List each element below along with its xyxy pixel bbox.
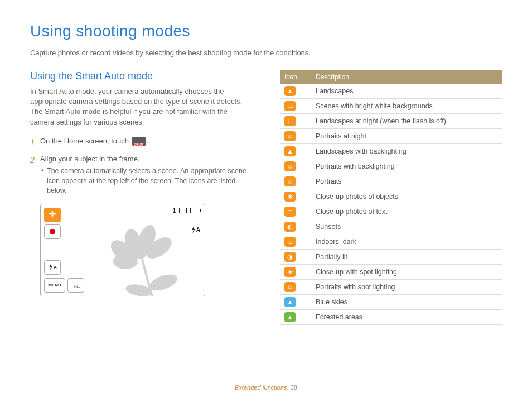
svg-point-11	[49, 213, 51, 214]
table-cell-icon: ☾	[280, 114, 311, 129]
step-2-body: Align your subject in the frame. The cam…	[40, 154, 253, 196]
page-title: Using shooting modes	[30, 22, 502, 40]
table-cell-description: Portraits with spot lighting	[311, 280, 502, 295]
smart-auto-icon	[132, 137, 146, 146]
shot-count: 1	[172, 208, 176, 214]
table-cell-description: Portraits at night	[311, 129, 502, 144]
left-column: Using the Smart Auto mode In Smart Auto …	[30, 70, 253, 325]
mode-icon: ▲	[284, 297, 296, 307]
mode-icon: ≡	[284, 207, 296, 217]
svg-rect-13	[52, 216, 53, 218]
sd-card-icon	[179, 208, 187, 213]
table-cell-description: Sunsets	[311, 219, 502, 234]
table-cell-icon: ☺	[280, 159, 311, 174]
page-footer: Extended functions 38	[0, 384, 532, 391]
table-row: ☺Portraits with spot lighting	[280, 280, 502, 295]
battery-icon	[190, 208, 200, 213]
table-cell-icon: ▭	[280, 99, 311, 114]
table-row: ▲Forested areas	[280, 310, 502, 325]
svg-point-9	[52, 211, 54, 213]
table-cell-description: Landscapes with backlighting	[311, 144, 502, 159]
step-2-number: 2	[30, 154, 40, 196]
scene-mode-icon	[44, 208, 61, 222]
step-2-sublist: The camera automatically selects a scene…	[40, 166, 253, 196]
mode-icon: ☺	[284, 131, 296, 141]
flash-indicator-icon: A	[191, 227, 200, 233]
table-header-icon: Icon	[280, 70, 311, 84]
table-cell-icon: ☺	[280, 174, 311, 189]
table-cell-icon: ▲	[280, 84, 311, 99]
table-header-description: Description	[311, 70, 502, 84]
table-row: ▭Scenes with bright white backgrounds	[280, 99, 502, 114]
table-cell-icon: ⌂	[280, 234, 311, 250]
step-2-text: Align your subject in the frame.	[40, 155, 139, 163]
svg-point-6	[147, 271, 179, 294]
table-cell-description: Portraits with backlighting	[311, 159, 502, 174]
svg-point-4	[113, 253, 138, 269]
footer-page-number: 38	[291, 384, 297, 391]
table-cell-description: Partially lit	[311, 250, 502, 265]
flash-auto-button-icon: A	[44, 260, 61, 275]
table-row: ☺Portraits at night	[280, 129, 502, 144]
mode-icon: ▭	[284, 101, 296, 111]
mode-icon: ◑	[284, 252, 296, 262]
mode-icon: ▲	[284, 312, 296, 322]
table-cell-description: Close-up photos of text	[311, 204, 502, 219]
icon-description-table: Icon Description ▲Landscapes▭Scenes with…	[280, 70, 502, 325]
table-cell-description: Scenes with bright white backgrounds	[311, 99, 502, 114]
table-cell-icon: ◑	[280, 250, 311, 265]
mode-icon: ◐	[284, 222, 296, 232]
table-cell-icon: ≡	[280, 204, 311, 219]
page-intro: Capture photos or record videos by selec…	[30, 49, 502, 57]
table-cell-description: Close-up photos of objects	[311, 189, 502, 204]
step-1-text-b: .	[147, 137, 149, 145]
step-2: 2 Align your subject in the frame. The c…	[30, 154, 253, 196]
off-button-icon: ⬚OFF	[67, 278, 84, 293]
step-2-subtext: The camera automatically selects a scene…	[40, 166, 253, 196]
table-cell-description: Blue skies	[311, 295, 502, 310]
flower-illustration-icon	[91, 216, 191, 296]
title-rule	[30, 44, 502, 44]
table-cell-icon: ▲	[280, 144, 311, 159]
step-1-text-a: On the Home screen, touch	[40, 137, 131, 145]
mode-icon: ❀	[284, 192, 296, 202]
table-row: ☾Landscapes at night (when the flash is …	[280, 114, 502, 129]
table-cell-description: Indoors, dark	[311, 234, 502, 250]
table-cell-description: Portraits	[311, 174, 502, 189]
lcd-status-bar: 1	[172, 208, 200, 214]
step-1: 1 On the Home screen, touch .	[30, 136, 253, 149]
table-cell-icon: ❀	[280, 265, 311, 280]
step-1-number: 1	[30, 136, 40, 149]
table-row: ☺Portraits with backlighting	[280, 159, 502, 174]
table-row: ◐Sunsets	[280, 219, 502, 234]
table-cell-icon: ◐	[280, 219, 311, 234]
table-row: ▲Landscapes	[280, 84, 502, 99]
footer-section: Extended functions	[235, 384, 287, 391]
flash-icon	[48, 264, 54, 271]
steps-list: 1 On the Home screen, touch . 2 Align yo…	[30, 136, 253, 196]
table-cell-description: Close-up with spot lighting	[311, 265, 502, 280]
table-cell-icon: ▲	[280, 310, 311, 325]
table-row: ◑Partially lit	[280, 250, 502, 265]
table-row: ▲Blue skies	[280, 295, 502, 310]
menu-button-icon: MENU	[44, 278, 65, 293]
table-cell-description: Landscapes	[311, 84, 502, 99]
table-row: ▲Landscapes with backlighting	[280, 144, 502, 159]
mode-icon: ☺	[284, 282, 296, 292]
table-cell-description: Forested areas	[311, 310, 502, 325]
mode-icon: ❀	[284, 267, 296, 277]
mode-icon: ▲	[284, 146, 296, 156]
mode-icon: ▲	[284, 86, 296, 96]
camera-lcd-illustration: A MENU ⬚OFF 1 A	[40, 204, 205, 296]
mode-icon: ☺	[284, 176, 296, 186]
table-cell-description: Landscapes at night (when the flash is o…	[311, 114, 502, 129]
table-row: ❀Close-up with spot lighting	[280, 265, 502, 280]
mode-icon: ☺	[284, 161, 296, 171]
svg-point-10	[54, 213, 56, 214]
table-cell-icon: ▲	[280, 295, 311, 310]
table-cell-icon: ❀	[280, 189, 311, 204]
flash-auto-label: A	[54, 265, 57, 270]
table-cell-icon: ☺	[280, 129, 311, 144]
step-1-body: On the Home screen, touch .	[40, 136, 253, 149]
table-row: ❀Close-up photos of objects	[280, 189, 502, 204]
